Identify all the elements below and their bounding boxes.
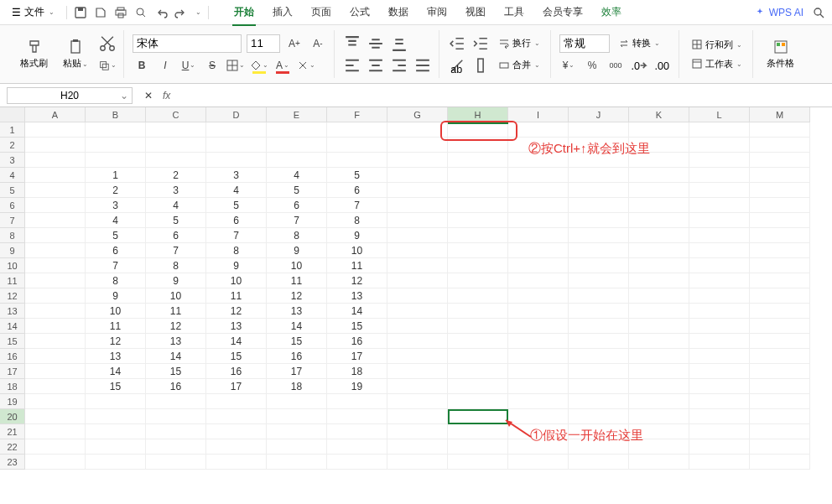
print-preview-icon[interactable] [134,6,148,19]
row-header-4[interactable]: 4 [0,168,25,183]
cell[interactable] [569,439,629,455]
cell-value[interactable]: 10 [86,304,146,319]
tab-page[interactable]: 页面 [309,2,333,23]
cell-value[interactable]: 17 [206,379,267,394]
cell[interactable] [689,243,750,258]
cell[interactable] [86,394,146,409]
cell-value[interactable]: 1 [86,168,146,183]
cell[interactable] [569,319,629,334]
cell[interactable] [146,122,206,138]
cell[interactable] [629,288,689,304]
cell[interactable] [86,153,146,168]
cell[interactable] [267,455,327,470]
cell[interactable] [25,304,86,319]
cell-value[interactable]: 10 [206,273,267,288]
cell[interactable] [629,273,689,288]
cell[interactable] [387,122,448,138]
cell-value[interactable]: 15 [146,364,206,379]
row-header-2[interactable]: 2 [0,138,25,153]
cell[interactable] [387,334,448,349]
cell-value[interactable]: 13 [327,288,387,304]
cell[interactable] [629,153,689,168]
cell[interactable] [750,319,810,334]
col-header-H[interactable]: H [448,107,508,122]
cell[interactable] [750,334,810,349]
cell[interactable] [25,138,86,153]
cell[interactable] [206,455,267,470]
cell[interactable] [689,379,750,394]
cell[interactable] [25,409,86,424]
cell[interactable] [86,439,146,455]
cell[interactable] [689,228,750,243]
cell[interactable] [387,198,448,213]
row-header-9[interactable]: 9 [0,243,25,258]
cell[interactable] [448,213,508,228]
cell-value[interactable]: 10 [146,288,206,304]
cell[interactable] [569,168,629,183]
cell[interactable] [448,304,508,319]
cell[interactable] [25,424,86,439]
cell[interactable] [448,334,508,349]
cell[interactable] [146,409,206,424]
col-header-I[interactable]: I [508,107,569,122]
cell-value[interactable]: 12 [86,334,146,349]
align-bottom-icon[interactable] [390,34,408,53]
cell[interactable] [629,183,689,198]
cell[interactable] [750,288,810,304]
row-header-13[interactable]: 13 [0,304,25,319]
cell[interactable] [629,319,689,334]
decrease-decimal-icon[interactable]: .0 [630,56,648,75]
cell[interactable] [629,409,689,424]
cell[interactable] [448,439,508,455]
cell[interactable] [25,364,86,379]
cell[interactable] [569,349,629,364]
cell-value[interactable]: 11 [146,304,206,319]
cell[interactable] [448,409,508,424]
cell[interactable] [629,213,689,228]
percent-icon[interactable]: % [583,56,601,75]
cell[interactable] [387,304,448,319]
col-header-B[interactable]: B [86,107,146,122]
cell[interactable] [629,198,689,213]
cell[interactable] [508,213,569,228]
cell-value[interactable]: 7 [327,198,387,213]
cell[interactable] [508,455,569,470]
cell[interactable] [206,138,267,153]
cell[interactable] [689,349,750,364]
cell[interactable] [25,213,86,228]
cell[interactable] [689,258,750,273]
cell[interactable] [689,409,750,424]
cell[interactable] [267,439,327,455]
cell[interactable] [750,273,810,288]
cell[interactable] [508,439,569,455]
cell-value[interactable]: 8 [86,273,146,288]
cell-value[interactable]: 6 [146,228,206,243]
cell[interactable] [206,439,267,455]
tab-efficiency[interactable]: 效率 [600,2,623,23]
tab-insert[interactable]: 插入 [271,2,294,23]
cell[interactable] [629,424,689,439]
select-all-corner[interactable] [0,107,25,122]
cell-value[interactable]: 3 [206,168,267,183]
row-header-11[interactable]: 11 [0,273,25,288]
cell[interactable] [689,168,750,183]
cell-value[interactable]: 4 [86,213,146,228]
cell[interactable] [327,455,387,470]
cell-value[interactable]: 4 [267,168,327,183]
cell[interactable] [689,213,750,228]
rows-cols-button[interactable]: 行和列⌄ [688,37,746,53]
cell-value[interactable]: 13 [86,349,146,364]
col-header-J[interactable]: J [569,107,629,122]
wps-ai-button[interactable]: WPS AI [754,7,803,18]
cell[interactable] [387,243,448,258]
cell-value[interactable]: 16 [267,349,327,364]
cell[interactable] [508,394,569,409]
row-header-19[interactable]: 19 [0,394,25,409]
cell[interactable] [629,138,689,153]
cell-value[interactable]: 5 [86,228,146,243]
cell[interactable] [750,394,810,409]
cell[interactable] [327,138,387,153]
cell-value[interactable]: 16 [327,334,387,349]
cell[interactable] [569,304,629,319]
cell[interactable] [750,213,810,228]
